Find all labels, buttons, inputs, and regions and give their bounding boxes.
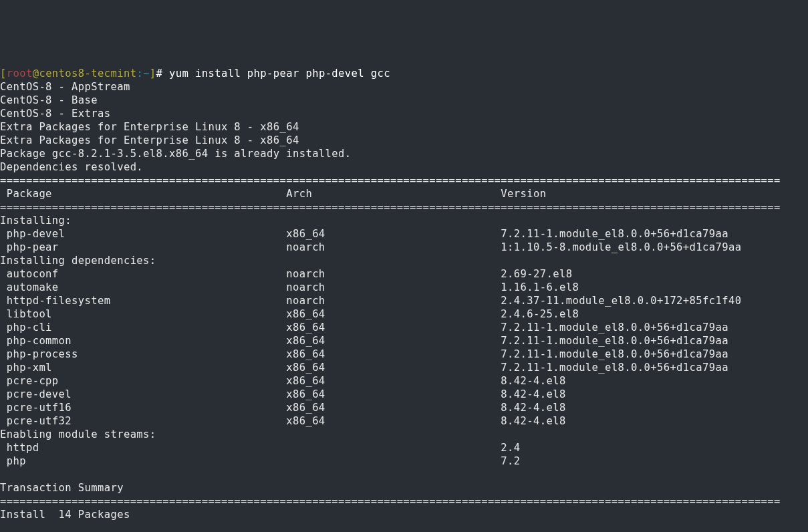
repo-line: Extra Packages for Enterprise Linux 8 - … bbox=[0, 134, 299, 146]
install-count: Install 14 Packages bbox=[0, 509, 130, 521]
prompt-host: centos8-tecmint bbox=[39, 68, 136, 80]
pkg-arch: x86_64 bbox=[286, 375, 501, 387]
pkg-version: 2.4.37-11.module_el8.0.0+172+85fc1f40 bbox=[501, 295, 741, 307]
stream-arch bbox=[286, 442, 501, 454]
pkg-name: pcre-devel bbox=[0, 388, 286, 400]
pkg-arch: x86_64 bbox=[286, 335, 501, 347]
pkg-name: libtool bbox=[0, 308, 286, 320]
repo-line: Extra Packages for Enterprise Linux 8 - … bbox=[0, 121, 299, 133]
pkg-arch: noarch bbox=[286, 281, 501, 293]
prompt-colon: : bbox=[136, 68, 143, 80]
pkg-row: autoconf noarch 2.69-27.el8 bbox=[0, 268, 572, 280]
hr: ========================================… bbox=[0, 201, 781, 213]
pkg-arch: noarch bbox=[286, 241, 501, 253]
pkg-name: pcre-utf16 bbox=[0, 402, 286, 414]
stream-name: httpd bbox=[0, 442, 286, 454]
bracket-open: [ bbox=[0, 68, 7, 80]
pkg-version: 8.42-4.el8 bbox=[501, 375, 565, 387]
summary-title: Transaction Summary bbox=[0, 482, 124, 494]
pkg-name: php-process bbox=[0, 348, 286, 360]
pkg-row: php-xml x86_64 7.2.11-1.module_el8.0.0+5… bbox=[0, 362, 728, 374]
section-installing: Installing: bbox=[0, 215, 72, 227]
pkg-name: automake bbox=[0, 281, 286, 293]
pkg-arch: x86_64 bbox=[286, 228, 501, 240]
header-row: Package Arch Version bbox=[0, 188, 546, 200]
pkg-row: httpd-filesystem noarch 2.4.37-11.module… bbox=[0, 295, 741, 307]
stream-row: php 7.2 bbox=[0, 455, 521, 467]
pkg-row: pcre-utf32 x86_64 8.42-4.el8 bbox=[0, 415, 566, 427]
pkg-row: php-devel x86_64 7.2.11-1.module_el8.0.0… bbox=[0, 228, 728, 240]
stream-arch bbox=[286, 455, 501, 467]
pkg-arch: x86_64 bbox=[286, 362, 501, 374]
stream-version: 7.2 bbox=[501, 455, 520, 467]
pkg-row: php-process x86_64 7.2.11-1.module_el8.0… bbox=[0, 348, 728, 360]
prompt-user: root bbox=[7, 68, 33, 80]
section-streams: Enabling module streams: bbox=[0, 428, 156, 440]
pkg-name: pcre-cpp bbox=[0, 375, 286, 387]
stream-row: httpd 2.4 bbox=[0, 442, 521, 454]
pkg-name: autoconf bbox=[0, 268, 286, 280]
pkg-version: 7.2.11-1.module_el8.0.0+56+d1ca79aa bbox=[501, 335, 728, 347]
pkg-version: 2.69-27.el8 bbox=[501, 268, 572, 280]
command-text: yum install php-pear php-devel gcc bbox=[169, 68, 390, 80]
hdr-arch: Arch bbox=[286, 188, 501, 200]
repo-line: CentOS-8 - Base bbox=[0, 94, 98, 106]
pkg-row: pcre-cpp x86_64 8.42-4.el8 bbox=[0, 375, 566, 387]
pkg-row: php-pear noarch 1:1.10.5-8.module_el8.0.… bbox=[0, 241, 741, 253]
pkg-name: php-pear bbox=[0, 241, 286, 253]
pkg-arch: x86_64 bbox=[286, 348, 501, 360]
hr: ========================================… bbox=[0, 495, 781, 507]
pkg-arch: x86_64 bbox=[286, 402, 501, 414]
pkg-name: php-xml bbox=[0, 362, 286, 374]
stream-name: php bbox=[0, 455, 286, 467]
pkg-row: libtool x86_64 2.4.6-25.el8 bbox=[0, 308, 579, 320]
deps-resolved: Dependencies resolved. bbox=[0, 161, 143, 173]
already-installed: Package gcc-8.2.1-3.5.el8.x86_64 is alre… bbox=[0, 148, 352, 160]
hdr-package: Package bbox=[0, 188, 286, 200]
pkg-version: 7.2.11-1.module_el8.0.0+56+d1ca79aa bbox=[501, 362, 728, 374]
repo-line: CentOS-8 - Extras bbox=[0, 108, 110, 120]
pkg-row: pcre-utf16 x86_64 8.42-4.el8 bbox=[0, 402, 566, 414]
pkg-row: pcre-devel x86_64 8.42-4.el8 bbox=[0, 388, 566, 400]
prompt-hash: # bbox=[156, 68, 169, 80]
pkg-arch: x86_64 bbox=[286, 388, 501, 400]
pkg-version: 7.2.11-1.module_el8.0.0+56+d1ca79aa bbox=[501, 228, 728, 240]
pkg-arch: x86_64 bbox=[286, 308, 501, 320]
pkg-arch: x86_64 bbox=[286, 415, 501, 427]
pkg-arch: noarch bbox=[286, 268, 501, 280]
pkg-version: 2.4.6-25.el8 bbox=[501, 308, 579, 320]
prompt-path: ~ bbox=[143, 68, 150, 80]
pkg-name: php-common bbox=[0, 335, 286, 347]
pkg-name: httpd-filesystem bbox=[0, 295, 286, 307]
stream-version: 2.4 bbox=[501, 442, 520, 454]
pkg-version: 1:1.10.5-8.module_el8.0.0+56+d1ca79aa bbox=[501, 241, 741, 253]
repo-line: CentOS-8 - AppStream bbox=[0, 81, 130, 93]
hr: ========================================… bbox=[0, 174, 781, 186]
pkg-arch: x86_64 bbox=[286, 321, 501, 334]
pkg-name: php-devel bbox=[0, 228, 286, 240]
prompt-line: [root@centos8-tecmint:~]# yum install ph… bbox=[0, 68, 390, 80]
pkg-row: php-common x86_64 7.2.11-1.module_el8.0.… bbox=[0, 335, 728, 347]
pkg-name: php-cli bbox=[0, 321, 286, 334]
pkg-version: 1.16.1-6.el8 bbox=[501, 281, 579, 293]
bracket-close: ] bbox=[150, 68, 156, 80]
pkg-version: 7.2.11-1.module_el8.0.0+56+d1ca79aa bbox=[501, 348, 728, 360]
pkg-arch: noarch bbox=[286, 295, 501, 307]
pkg-version: 8.42-4.el8 bbox=[501, 415, 565, 427]
section-deps: Installing dependencies: bbox=[0, 255, 156, 267]
pkg-version: 8.42-4.el8 bbox=[501, 388, 565, 400]
pkg-row: automake noarch 1.16.1-6.el8 bbox=[0, 281, 579, 293]
prompt-at: @ bbox=[33, 68, 39, 80]
terminal[interactable]: [root@centos8-tecmint:~]# yum install ph… bbox=[0, 53, 808, 532]
pkg-name: pcre-utf32 bbox=[0, 415, 286, 427]
pkg-version: 7.2.11-1.module_el8.0.0+56+d1ca79aa bbox=[501, 321, 728, 334]
pkg-row: php-cli x86_64 7.2.11-1.module_el8.0.0+5… bbox=[0, 321, 728, 334]
pkg-version: 8.42-4.el8 bbox=[501, 402, 565, 414]
hdr-version: Version bbox=[501, 188, 546, 200]
